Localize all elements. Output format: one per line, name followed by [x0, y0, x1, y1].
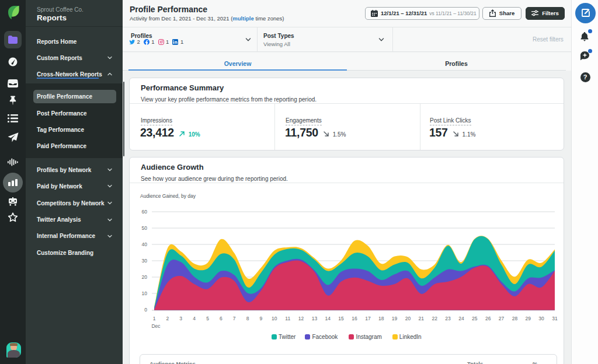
svg-text:11: 11 [285, 316, 290, 321]
svg-text:13: 13 [312, 316, 318, 321]
svg-text:8: 8 [246, 316, 249, 321]
svg-text:Dec: Dec [151, 323, 161, 329]
svg-text:28: 28 [512, 316, 518, 321]
svg-text:9: 9 [260, 316, 263, 321]
svg-text:15: 15 [338, 316, 344, 321]
svg-text:27: 27 [499, 316, 505, 321]
svg-text:20: 20 [405, 316, 411, 321]
svg-text:29: 29 [526, 316, 531, 321]
svg-text:19: 19 [392, 316, 398, 321]
svg-text:25: 25 [472, 316, 478, 321]
svg-text:21: 21 [419, 316, 425, 321]
svg-text:5: 5 [206, 316, 209, 321]
svg-text:16: 16 [352, 316, 357, 321]
svg-text:31: 31 [552, 316, 558, 321]
svg-text:7: 7 [233, 316, 236, 321]
svg-text:1: 1 [153, 316, 156, 321]
svg-text:26: 26 [485, 316, 491, 321]
svg-text:24: 24 [458, 316, 464, 321]
svg-text:6: 6 [220, 316, 222, 321]
svg-text:2: 2 [166, 316, 169, 321]
svg-text:3: 3 [179, 316, 182, 321]
svg-text:4: 4 [193, 316, 196, 321]
svg-text:22: 22 [432, 316, 437, 321]
svg-text:14: 14 [325, 316, 331, 321]
svg-text:30: 30 [538, 316, 544, 321]
svg-text:12: 12 [298, 316, 304, 321]
svg-text:10: 10 [272, 316, 277, 321]
svg-text:23: 23 [445, 316, 451, 321]
svg-text:18: 18 [378, 316, 384, 321]
svg-text:17: 17 [365, 316, 371, 321]
